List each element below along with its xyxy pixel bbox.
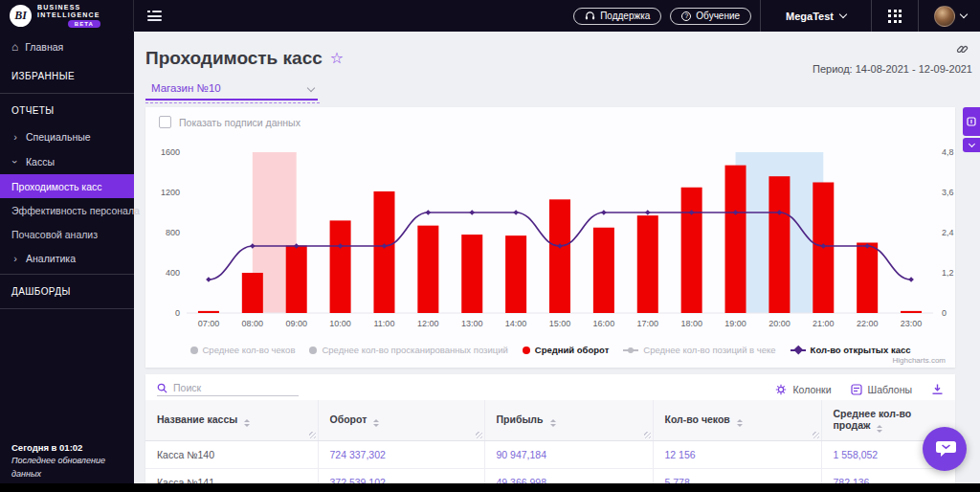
cell-value[interactable]: 5 778	[653, 468, 821, 483]
bar-23:00[interactable]	[901, 311, 922, 313]
bar-16:00[interactable]	[593, 228, 614, 313]
home-icon: ⌂	[11, 41, 18, 53]
legend-item[interactable]: Средний оборот	[523, 345, 610, 355]
right-axis-tick: 1,2	[942, 268, 954, 278]
column-header-2[interactable]: Прибыль	[484, 400, 653, 440]
panel-toggle-button[interactable]	[963, 107, 980, 136]
table-row[interactable]: Касса №141372 539,10249 366,9985 778782,…	[145, 468, 955, 483]
bar-20:00[interactable]	[768, 176, 790, 313]
column-header-0[interactable]: Название кассы	[145, 400, 318, 440]
sort-icon[interactable]	[737, 419, 743, 427]
sort-icon[interactable]	[244, 419, 250, 427]
sidebar-item-hourly-analysis[interactable]: Почасовой анализ	[0, 222, 134, 246]
legend-item[interactable]: Кол-во открытых касс	[791, 345, 911, 355]
legend-label: Средний оборот	[535, 345, 610, 355]
x-axis-label: 10:00	[329, 319, 351, 328]
bar-14:00[interactable]	[505, 235, 526, 313]
bar-12:00[interactable]	[417, 226, 438, 313]
bar-13:00[interactable]	[461, 235, 482, 313]
column-header-3[interactable]: Кол-во чеков	[653, 400, 821, 440]
legend-item[interactable]: Среднее кол-во просканированных позиций	[309, 345, 507, 355]
logo-text: BUSINESS INTELLIGENCE BETA	[37, 4, 100, 29]
bi-logo-icon: BI	[10, 5, 32, 27]
favorite-star-icon[interactable]: ☆	[330, 51, 344, 66]
bar-19:00[interactable]	[725, 166, 746, 313]
sidebar-item-dashboards[interactable]: ДАШБОРДЫ	[0, 278, 134, 305]
bar-18:00[interactable]	[681, 188, 702, 313]
legend-dot-icon	[190, 347, 198, 354]
table-row[interactable]: Касса №140724 337,30290 947,18412 1561 5…	[145, 440, 955, 468]
show-data-labels-checkbox[interactable]	[159, 116, 171, 128]
x-axis-label: 20:00	[768, 319, 791, 328]
store-select[interactable]: Магазин №10	[145, 82, 318, 101]
account-name: MegaTest	[786, 11, 834, 22]
sidebar-item-analytics[interactable]: ›Аналитика	[0, 246, 134, 271]
sidebar-item-label: Кассы	[26, 156, 55, 168]
sidebar-item-special[interactable]: ›Специальные	[0, 124, 134, 149]
templates-label: Шаблоны	[868, 384, 912, 395]
line-marker-16:00	[601, 210, 607, 215]
bar-11:00[interactable]	[373, 191, 394, 313]
legend-item[interactable]: Среднее кол-во позиций в чеке	[623, 345, 775, 355]
user-menu[interactable]	[919, 6, 980, 27]
bar-08:00[interactable]	[242, 273, 263, 313]
column-header-1[interactable]: Оборот	[318, 400, 484, 440]
sort-icon[interactable]	[877, 425, 882, 433]
sidebar-item-cash-registers[interactable]: ›Кассы	[0, 149, 134, 174]
x-axis-label: 14:00	[505, 319, 527, 328]
left-axis-tick: 1600	[161, 147, 180, 157]
sidebar-item-reports[interactable]: ОТЧЕТЫ	[0, 97, 134, 124]
bar-22:00[interactable]	[857, 243, 878, 314]
cell-value[interactable]: 724 337,302	[318, 440, 484, 468]
sidebar-item-staff-efficiency[interactable]: Эффективность персонала	[0, 198, 134, 222]
topbar-right: Поддержка ? Обучение MegaTest	[573, 0, 980, 32]
bar-10:00[interactable]	[330, 220, 351, 313]
share-link-icon[interactable]	[956, 43, 969, 57]
divider	[871, 0, 872, 32]
training-button[interactable]: ? Обучение	[670, 8, 751, 25]
download-button[interactable]	[931, 383, 944, 395]
sidebar-item-favorites[interactable]: ИЗБРАННЫЕ	[0, 62, 134, 90]
chart-legend: Среднее кол-во чековСреднее кол-во проск…	[145, 345, 955, 355]
cell-value[interactable]: 90 947,184	[484, 440, 653, 468]
chat-bubble-icon	[933, 437, 956, 460]
chart-side-controls	[963, 107, 980, 152]
column-label: Название кассы	[157, 414, 237, 425]
sidebar-item-cash-traffic[interactable]: Проходимость касс	[0, 174, 134, 198]
x-axis-label: 16:00	[593, 319, 615, 328]
cell-value[interactable]: 12 156	[653, 440, 821, 468]
right-axis-tick: 4,8	[942, 147, 954, 157]
bar-15:00[interactable]	[549, 199, 570, 313]
bar-09:00[interactable]	[286, 246, 307, 313]
chat-button[interactable]	[923, 427, 967, 471]
columns-button[interactable]: Колонки	[775, 384, 831, 395]
bar-17:00[interactable]	[637, 215, 658, 313]
x-axis-label: 12:00	[417, 319, 439, 328]
app-logo[interactable]: BI BUSINESS INTELLIGENCE BETA	[0, 0, 134, 32]
cell-value[interactable]: 782,136	[821, 468, 955, 483]
sidebar-item-label: ИЗБРАННЫЕ	[11, 71, 75, 81]
collapse-button[interactable]	[963, 138, 980, 152]
topbar: BI BUSINESS INTELLIGENCE BETA Поддержка …	[0, 0, 980, 32]
apps-grid-button[interactable]	[888, 10, 902, 23]
sort-icon[interactable]	[550, 419, 556, 427]
sidebar-item-label: Специальные	[26, 131, 91, 143]
table-header-row: Название кассыОборотПрибыльКол-во чековС…	[145, 400, 955, 440]
page-title: Проходимость касс	[145, 48, 323, 69]
last-update-time: Сегодня в 01:02	[11, 441, 134, 455]
sort-icon[interactable]	[373, 419, 379, 427]
highcharts-credits[interactable]: Highcharts.com	[892, 356, 946, 365]
support-button[interactable]: Поддержка	[573, 8, 661, 25]
cell-value[interactable]: 372 539,102	[318, 468, 484, 483]
account-menu[interactable]: MegaTest	[761, 11, 871, 22]
templates-button[interactable]: Шаблоны	[851, 384, 912, 395]
traffic-chart[interactable]: 04008001200160001,22,43,64,807:0008:0009…	[145, 136, 955, 337]
sidebar-item-home[interactable]: ⌂Главная	[0, 32, 134, 62]
search-input[interactable]	[173, 382, 286, 393]
store-select-value: Магазин №10	[151, 82, 221, 94]
legend-item[interactable]: Среднее кол-во чеков	[190, 345, 296, 355]
sidebar-toggle-button[interactable]	[147, 11, 162, 21]
cell-value[interactable]: 49 366,998	[484, 468, 653, 483]
bar-07:00[interactable]	[198, 311, 219, 313]
period-label: Период: 14-08-2021 - 12-09-2021	[813, 63, 972, 75]
